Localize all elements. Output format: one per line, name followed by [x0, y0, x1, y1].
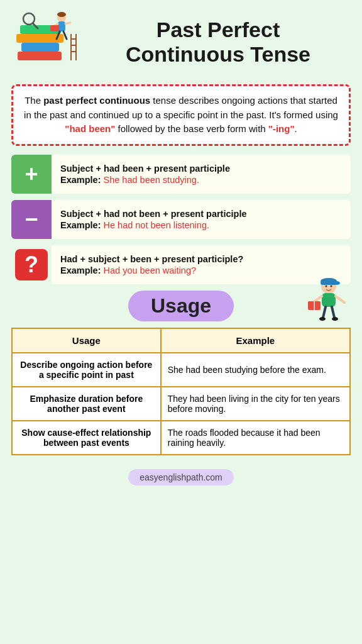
usage-cell-2: Show cause-effect relationship between p… — [12, 421, 161, 455]
negative-formula-row: − Subject + had not been + present parti… — [11, 200, 351, 239]
usage-label: Usage — [128, 291, 234, 321]
intro-box: The past perfect continuous tense descri… — [11, 84, 351, 146]
question-example: Example: Had you been waiting? — [60, 265, 342, 275]
positive-example-val: She had been studying. — [104, 175, 199, 185]
negative-example-val: He had not been listening. — [104, 220, 210, 230]
table-row: Describe ongoing action before a specifi… — [12, 353, 350, 387]
positive-formula-row: + Subject + had been + present participl… — [11, 155, 351, 194]
svg-rect-25 — [322, 293, 336, 307]
svg-line-9 — [63, 31, 67, 39]
col-usage-header: Usage — [12, 328, 161, 353]
question-formula-row: ? Had + subject + been + present partici… — [11, 245, 351, 284]
positive-formula-text: Subject + had been + present participle — [60, 164, 342, 174]
usage-cell-1: Emphasize duration before another past e… — [12, 387, 161, 421]
svg-point-13 — [57, 12, 66, 17]
question-formula-text: Had + subject + been + present participl… — [60, 254, 342, 264]
svg-point-22 — [334, 281, 340, 285]
intro-bold: past perfect continuous — [43, 95, 150, 106]
svg-rect-0 — [18, 52, 62, 60]
table-row: Show cause-effect relationship between p… — [12, 421, 350, 455]
negative-formula-content: Subject + had not been + present partici… — [52, 200, 351, 239]
svg-point-33 — [332, 317, 338, 321]
page-wrapper: Past Perfect Continuous Tense The past p… — [0, 0, 362, 494]
intro-text-prefix: The — [25, 95, 43, 106]
usage-cell-0: Describe ongoing action before a specifi… — [12, 353, 161, 387]
question-example-val: Had you been waiting? — [104, 265, 197, 275]
svg-line-27 — [336, 296, 344, 303]
positive-example-label: Example: — [60, 175, 101, 185]
footer-website: easyenglishpath.com — [128, 469, 234, 486]
svg-line-7 — [65, 23, 70, 24]
negative-example-label: Example: — [60, 220, 101, 230]
example-cell-0: She had been studying before the exam. — [161, 353, 350, 387]
svg-point-32 — [319, 317, 326, 321]
example-cell-2: The roads flooded because it had been ra… — [161, 421, 350, 455]
usage-table: Usage Example Describe ongoing action be… — [11, 328, 351, 455]
positive-example: Example: She had been studying. — [60, 175, 342, 185]
table-row: Emphasize duration before another past e… — [12, 387, 350, 421]
svg-rect-1 — [21, 43, 59, 52]
usage-header-row: Usage — [11, 291, 351, 321]
intro-text-end: followed by the base verb form with — [115, 123, 268, 134]
svg-point-24 — [331, 285, 332, 287]
intro-had-been: "had been" — [65, 123, 115, 134]
negative-badge: − — [11, 200, 52, 239]
question-example-label: Example: — [60, 265, 101, 275]
table-header-row: Usage Example — [12, 328, 350, 353]
intro-period: . — [295, 123, 297, 134]
question-badge: ? — [15, 249, 48, 280]
positive-badge: + — [11, 155, 52, 194]
books-illustration — [11, 6, 80, 78]
negative-formula-text: Subject + had not been + present partici… — [60, 209, 342, 219]
negative-example: Example: He had not been listening. — [60, 220, 342, 230]
header-row: Past Perfect Continuous Tense — [11, 6, 351, 78]
example-cell-1: They had been living in the city for ten… — [161, 387, 350, 421]
page-title: Past Perfect Continuous Tense — [80, 18, 351, 67]
kid-illustration — [300, 275, 351, 328]
footer-wrap: easyenglishpath.com — [11, 462, 351, 486]
svg-rect-10 — [50, 25, 59, 31]
col-example-header: Example — [161, 328, 350, 353]
svg-line-31 — [332, 307, 334, 318]
svg-point-23 — [326, 285, 327, 287]
positive-formula-content: Subject + had been + present participle … — [52, 155, 351, 194]
intro-ing: "-ing" — [268, 123, 295, 134]
svg-line-30 — [323, 307, 326, 318]
